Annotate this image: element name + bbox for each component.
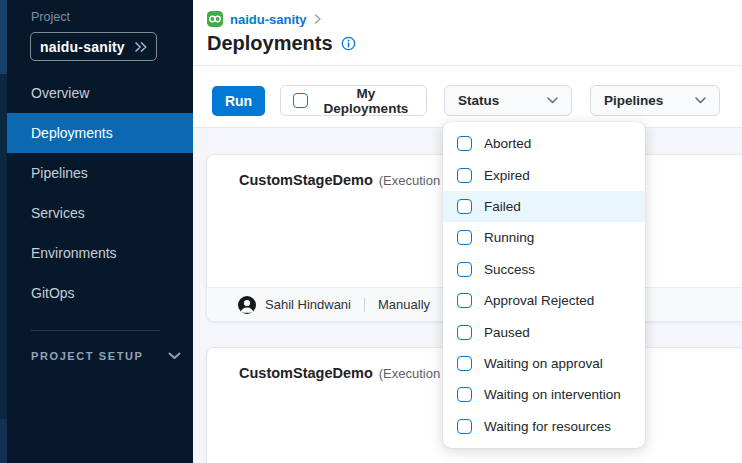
status-option-waiting-on-approval[interactable]: Waiting on approval — [443, 348, 645, 379]
module-strip-accent — [0, 0, 7, 74]
project-selector[interactable]: naidu-sanity — [30, 32, 157, 61]
info-icon[interactable] — [341, 36, 356, 51]
sidebar-item-label: Services — [31, 205, 85, 221]
execution-title-row: CustomStageDemo (Execution Id — [239, 365, 455, 381]
sidebar-item-label: Deployments — [31, 125, 113, 141]
status-checkbox[interactable] — [457, 199, 472, 214]
chevron-down-icon — [695, 97, 706, 104]
status-option-waiting-on-intervention[interactable]: Waiting on intervention — [443, 379, 645, 410]
status-option-approval-rejected[interactable]: Approval Rejected — [443, 285, 645, 316]
status-checkbox[interactable] — [457, 230, 472, 245]
my-deployments-checkbox[interactable] — [293, 93, 308, 108]
status-dropdown-menu: Aborted Expired Failed Running Success A… — [443, 122, 645, 448]
sidebar: Project naidu-sanity Overview Deployment… — [0, 0, 193, 463]
execution-title-row: CustomStageDemo (Execution Id — [239, 172, 455, 188]
cd-module-icon — [207, 11, 223, 27]
breadcrumb: naidu-sanity — [207, 11, 322, 27]
project-setup-toggle[interactable]: PROJECT SETUP — [31, 350, 181, 362]
page-title-row: Deployments — [207, 32, 356, 55]
status-option-aborted[interactable]: Aborted — [443, 128, 645, 159]
status-option-label: Expired — [484, 168, 530, 183]
run-button[interactable]: Run — [212, 86, 265, 116]
status-option-label: Waiting on intervention — [484, 387, 621, 402]
status-option-label: Approval Rejected — [484, 293, 594, 308]
pipelines-filter-label: Pipelines — [604, 93, 663, 108]
project-label: Project — [31, 10, 70, 24]
double-chevron-right-icon — [134, 41, 148, 53]
status-checkbox[interactable] — [457, 419, 472, 434]
module-nav-strip[interactable] — [0, 0, 7, 463]
pipelines-filter-dropdown[interactable]: Pipelines — [590, 85, 720, 116]
pipeline-name: CustomStageDemo — [239, 172, 373, 188]
sidebar-item-label: Pipelines — [31, 165, 88, 181]
status-option-paused[interactable]: Paused — [443, 316, 645, 347]
chevron-down-icon — [168, 352, 181, 360]
status-option-label: Waiting on approval — [484, 356, 603, 371]
chevron-down-icon — [547, 97, 558, 104]
status-option-expired[interactable]: Expired — [443, 159, 645, 190]
page-header: naidu-sanity Deployments — [193, 0, 742, 66]
sidebar-item-overview[interactable]: Overview — [7, 73, 193, 113]
triggered-by-user: Sahil Hindwani — [265, 297, 351, 312]
sidebar-item-services[interactable]: Services — [7, 193, 193, 233]
status-filter-dropdown[interactable]: Status — [444, 85, 572, 116]
sidebar-divider — [31, 330, 160, 331]
status-filter-label: Status — [458, 93, 499, 108]
footer-divider — [364, 298, 365, 312]
chevron-right-icon — [314, 14, 322, 24]
status-option-label: Success — [484, 262, 535, 277]
sidebar-nav: Overview Deployments Pipelines Services … — [7, 73, 193, 313]
status-checkbox[interactable] — [457, 136, 472, 151]
status-option-label: Aborted — [484, 136, 531, 151]
sidebar-item-gitops[interactable]: GitOps — [7, 273, 193, 313]
status-checkbox[interactable] — [457, 387, 472, 402]
status-checkbox[interactable] — [457, 356, 472, 371]
trigger-type: Manually — [378, 297, 430, 312]
breadcrumb-project-link[interactable]: naidu-sanity — [230, 12, 307, 27]
sidebar-item-label: GitOps — [31, 285, 75, 301]
sidebar-item-label: Environments — [31, 245, 117, 261]
status-checkbox[interactable] — [457, 262, 472, 277]
sidebar-item-pipelines[interactable]: Pipelines — [7, 153, 193, 193]
status-option-label: Running — [484, 230, 534, 245]
status-checkbox[interactable] — [457, 325, 472, 340]
status-option-label: Paused — [484, 325, 530, 340]
project-setup-label: PROJECT SETUP — [31, 350, 144, 362]
status-checkbox[interactable] — [457, 293, 472, 308]
status-option-failed[interactable]: Failed — [443, 191, 645, 222]
status-option-waiting-for-resources[interactable]: Waiting for resources — [443, 411, 645, 442]
my-deployments-toggle[interactable]: My Deployments — [280, 85, 427, 116]
sidebar-item-label: Overview — [31, 85, 89, 101]
status-option-success[interactable]: Success — [443, 254, 645, 285]
status-option-label: Waiting for resources — [484, 419, 611, 434]
project-selector-value: naidu-sanity — [40, 39, 125, 55]
status-checkbox[interactable] — [457, 168, 472, 183]
status-option-running[interactable]: Running — [443, 222, 645, 253]
user-avatar-icon — [238, 296, 256, 314]
sidebar-item-environments[interactable]: Environments — [7, 233, 193, 273]
sidebar-item-deployments[interactable]: Deployments — [7, 113, 193, 153]
page-title: Deployments — [207, 32, 333, 55]
toolbar: Run My Deployments Status Pipelines — [193, 66, 742, 128]
app-root: Project naidu-sanity Overview Deployment… — [0, 0, 742, 463]
my-deployments-label: My Deployments — [318, 86, 414, 116]
module-strip-footer — [0, 419, 7, 463]
pipeline-name: CustomStageDemo — [239, 365, 373, 381]
status-option-label: Failed — [484, 199, 521, 214]
